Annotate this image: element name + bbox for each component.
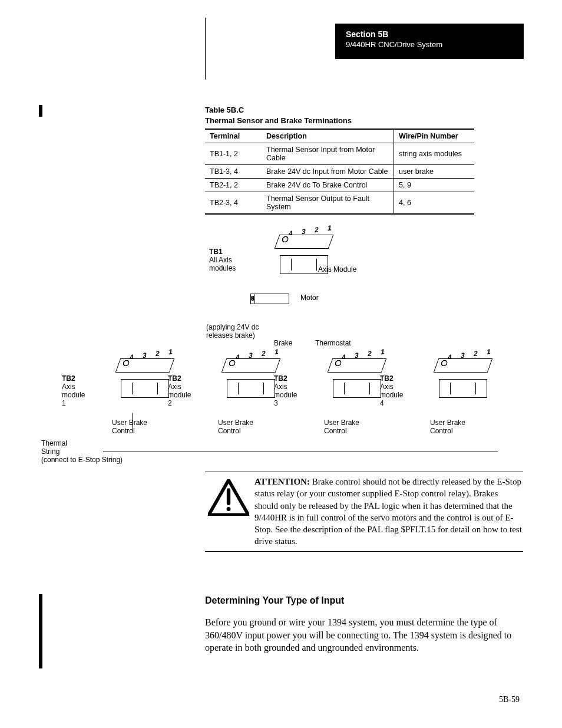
attention-text: ATTENTION: Brake control should not be d…: [252, 476, 523, 548]
thermostat-label: Thermostat: [315, 339, 351, 347]
section-number: Section 5B: [346, 29, 513, 39]
ubc-label: User Brake Control: [324, 419, 359, 435]
table-caption: Table 5B.C Thermal Sensor and Brake Term…: [205, 105, 352, 126]
tb2-block: 4 3 2 1: [324, 365, 389, 398]
terminations-table: Terminal Description Wire/Pin Number TB1…: [205, 129, 474, 215]
body-paragraph: Before you ground or wire your 1394 syst…: [205, 616, 523, 654]
motor-label: Motor: [300, 294, 319, 302]
table-title: Thermal Sensor and Brake Terminations: [205, 116, 352, 125]
tb2-block: 4 3 2 1: [430, 365, 495, 398]
tb2-block: 4 3 2 1: [112, 365, 177, 398]
wiring-diagram: 4 3 2 1 TB1 All Axis modules Axis Module…: [41, 218, 524, 472]
ubc-label: User Brake Control: [430, 419, 465, 435]
attention-body: Brake control should not be directly rel…: [254, 477, 522, 546]
thermal-string-line: [103, 452, 498, 452]
axis-module-label: Axis Module: [318, 265, 356, 274]
motor-pin-box: 6 4 5 9: [250, 294, 289, 304]
ubc-label: User Brake Control: [112, 419, 147, 435]
table-row: TB2-3, 4Thermal Sensor Output to Fault S…: [205, 192, 474, 215]
table-row: TB2-1, 2Brake 24V dc To Brake Control5, …: [205, 179, 474, 192]
tb2-block: 4 3 2 1: [218, 365, 283, 398]
attention-icon: [205, 476, 252, 548]
revision-bar: [39, 594, 42, 668]
revision-bar: [39, 105, 42, 117]
svg-point-2: [227, 507, 231, 511]
th-wire: Wire/Pin Number: [394, 129, 475, 143]
table-row: TB1-1, 2Thermal Sensor Input from Motor …: [205, 143, 474, 165]
page-number: 5B-59: [499, 695, 520, 704]
attention-box: ATTENTION: Brake control should not be d…: [205, 472, 523, 552]
th-description: Description: [262, 129, 394, 143]
th-terminal: Terminal: [205, 129, 262, 143]
brake-note: (applying 24V dc releases brake): [206, 323, 259, 340]
brake-label: Brake: [274, 339, 292, 347]
vertical-rule: [205, 18, 206, 80]
section-heading: Determining Your Type of Input: [205, 595, 344, 606]
table-number: Table 5B.C: [205, 106, 244, 114]
table-row: TB1-3, 4Brake 24V dc Input from Motor Ca…: [205, 165, 474, 179]
ubc-label: User Brake Control: [218, 419, 253, 435]
section-title: 9/440HR CNC/Drive System: [346, 40, 513, 49]
attention-lead: ATTENTION:: [254, 477, 310, 486]
section-header: Section 5B 9/440HR CNC/Drive System: [335, 24, 524, 59]
